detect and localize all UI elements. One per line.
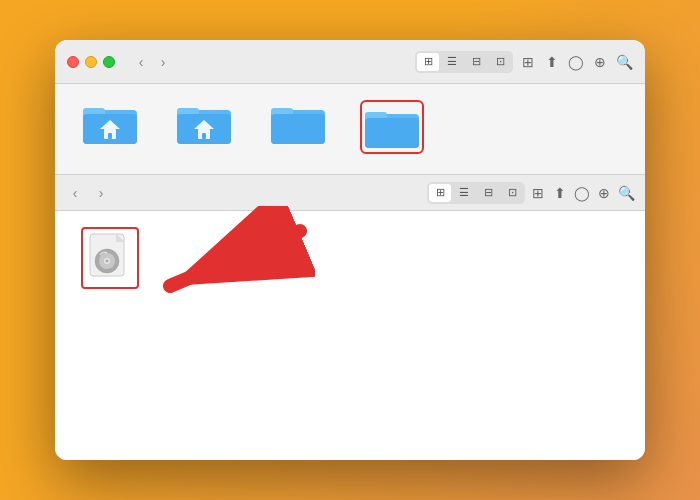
folder-brahmshank-icon [82,100,138,146]
svg-line-26 [170,231,300,286]
bottom-tag-icon[interactable]: ◯ [573,184,591,202]
bottom-panel-content [55,211,645,460]
dmg-file-item[interactable] [75,227,145,293]
red-arrow [115,206,315,326]
folder-shared[interactable] [263,100,333,150]
view-gallery-btn[interactable]: ⊡ [489,53,511,71]
folder-brahmshank[interactable] [75,100,145,150]
dual-panel: ‹ › ⊞ ☰ ⊟ ⊡ ⊞ ⬆ ◯ ⊕ 🔍 [55,84,645,460]
top-panel-content [55,84,645,174]
folder-shared-icon [270,100,326,146]
bottom-view-icon[interactable]: ⊞ [429,184,451,202]
forward-button[interactable]: › [153,52,173,72]
bottom-view-switcher: ⊞ ☰ ⊟ ⊡ ⊞ ⬆ ◯ ⊕ 🔍 [427,182,635,204]
bottom-back-btn[interactable]: ‹ [65,183,85,203]
dmg-file-icon [85,231,135,281]
finder-window: ‹ › ⊞ ☰ ⊟ ⊡ ⊞ ⬆ ◯ ⊕ 🔍 [55,40,645,460]
folder-deleted-users[interactable] [357,100,427,158]
maximize-button[interactable] [103,56,115,68]
traffic-lights [67,56,115,68]
more-icon[interactable]: ⊕ [591,53,609,71]
bottom-search-icon[interactable]: 🔍 [617,184,635,202]
view-switcher: ⊞ ☰ ⊟ ⊡ [415,51,513,73]
minimize-button[interactable] [85,56,97,68]
folder-deleted-icon [364,104,420,150]
view-icon-btn[interactable]: ⊞ [417,53,439,71]
selected-folder-wrap [360,100,424,154]
back-button[interactable]: ‹ [131,52,151,72]
share-icon[interactable]: ⬆ [543,53,561,71]
bottom-forward-btn[interactable]: › [91,183,111,203]
bottom-view-list[interactable]: ☰ [453,184,475,202]
arrange-icon[interactable]: ⊞ [519,53,537,71]
top-toolbar: ‹ › ⊞ ☰ ⊟ ⊡ ⊞ ⬆ ◯ ⊕ 🔍 [55,40,645,84]
bottom-more-icon[interactable]: ⊕ [595,184,613,202]
svg-rect-17 [365,118,419,148]
svg-rect-11 [202,133,206,139]
bottom-view-gal[interactable]: ⊡ [501,184,523,202]
svg-rect-14 [271,114,325,144]
bottom-view-buttons: ⊞ ☰ ⊟ ⊡ [427,182,525,204]
bottom-toolbar: ‹ › ⊞ ☰ ⊟ ⊡ ⊞ ⬆ ◯ ⊕ 🔍 [55,175,645,211]
svg-rect-5 [108,133,112,139]
dmg-icon-wrap [81,227,139,289]
nav-buttons: ‹ › [131,52,173,72]
svg-point-24 [106,260,109,263]
bottom-panel: ‹ › ⊞ ☰ ⊟ ⊡ ⊞ ⬆ ◯ ⊕ 🔍 [55,175,645,460]
search-icon[interactable]: 🔍 [615,53,633,71]
folder-kathychan-icon [176,100,232,146]
top-panel [55,84,645,175]
bottom-arrange-icon[interactable]: ⊞ [529,184,547,202]
window-body: ‹ › ⊞ ☰ ⊟ ⊡ ⊞ ⬆ ◯ ⊕ 🔍 [55,84,645,460]
bottom-share-icon[interactable]: ⬆ [551,184,569,202]
close-button[interactable] [67,56,79,68]
bottom-view-col[interactable]: ⊟ [477,184,499,202]
view-column-btn[interactable]: ⊟ [465,53,487,71]
tag-icon[interactable]: ◯ [567,53,585,71]
toolbar-actions: ⊞ ☰ ⊟ ⊡ ⊞ ⬆ ◯ ⊕ 🔍 [415,51,633,73]
view-list-btn[interactable]: ☰ [441,53,463,71]
folder-kathychan[interactable] [169,100,239,150]
